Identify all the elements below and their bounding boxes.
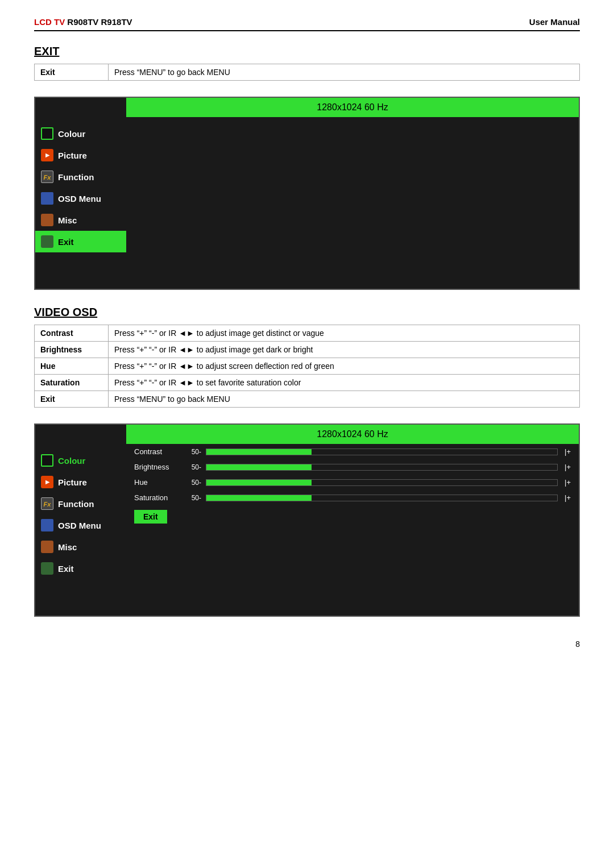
table-cell-val: Press “MENU” to go back MENU (109, 64, 580, 81)
slider-value: 50- (184, 479, 201, 487)
slider-value: 50- (184, 463, 201, 471)
table-row: HuePress “+” “-” or IR ◄► to adjust scre… (35, 358, 580, 375)
brand-lcd: LCD TV (34, 17, 65, 27)
table-cell-key: Exit (35, 64, 109, 81)
table-cell-key: Hue (35, 358, 109, 375)
slider-plus: |+ (565, 447, 571, 456)
table-row: BrightnessPress “+” “-” or IR ◄► to adju… (35, 342, 580, 358)
table-cell-key: Brightness (35, 342, 109, 358)
menu-item-label: OSD Menu (58, 194, 101, 203)
slider-bar[interactable] (206, 495, 558, 501)
brand-model: R908TV R918TV (67, 17, 132, 27)
menu-item[interactable]: Colour (35, 123, 126, 144)
menu-item-label: Exit (58, 564, 74, 574)
video-osd-title: VIDEO OSD (34, 306, 580, 319)
osd-resolution-2: 1280x1024 60 Hz (126, 425, 579, 444)
slider-plus: |+ (565, 493, 571, 502)
menu-item[interactable]: OSD Menu (35, 188, 126, 209)
slider-row[interactable]: Brightness 50- |+ (126, 459, 579, 475)
table-cell-key: Saturation (35, 375, 109, 391)
table-cell-val: Press “+” “-” or IR ◄► to adjust screen … (109, 358, 580, 375)
header-brand: LCD TV R908TV R918TV (34, 17, 132, 27)
slider-row[interactable]: Hue 50- |+ (126, 475, 579, 490)
header-manual: User Manual (529, 17, 580, 27)
page-number: 8 (34, 639, 580, 649)
slider-fill (206, 464, 312, 470)
table-row: ExitPress “MENU” to go back MENU (35, 64, 580, 81)
slider-row[interactable]: Saturation 50- |+ (126, 490, 579, 505)
slider-label: Brightness (134, 463, 180, 471)
table-cell-val: Press “+” “-” or IR ◄► to adjust image g… (109, 342, 580, 358)
menu-item[interactable]: FxFunction (35, 166, 126, 188)
slider-plus: |+ (565, 478, 571, 487)
menu-item-label: Misc (58, 215, 77, 225)
menu-item-label: Picture (58, 477, 87, 487)
slider-fill (206, 480, 312, 485)
table-row: ContrastPress “+” “-” or IR ◄► to adjust… (35, 325, 580, 342)
table-row: ExitPress “MENU” to go back MENU (35, 391, 580, 408)
menu-item-label: OSD Menu (58, 521, 101, 530)
slider-plus: |+ (565, 463, 571, 471)
menu-item[interactable]: Exit (35, 231, 126, 252)
table-cell-val: Press “+” “-” or IR ◄► to set favorite s… (109, 375, 580, 391)
video-osd-table: ContrastPress “+” “-” or IR ◄► to adjust… (34, 325, 580, 408)
menu-item-label: Colour (58, 456, 85, 466)
menu-item[interactable]: Misc (35, 536, 126, 558)
menu-item-label: Misc (58, 542, 77, 552)
osd-content-1: 1280x1024 60 Hz (126, 98, 579, 289)
osd-graphic-1: Colour▶PictureFxFunctionOSD MenuMiscExit… (34, 97, 580, 290)
osd-graphic-2: Colour▶PictureFxFunctionOSD MenuMiscExit… (34, 423, 580, 617)
slider-fill (206, 449, 312, 455)
osd-content-2: 1280x1024 60 Hz Contrast 50- |+ Brightne… (126, 425, 579, 616)
slider-bar[interactable] (206, 448, 558, 455)
slider-label: Contrast (134, 447, 180, 456)
table-row: SaturationPress “+” “-” or IR ◄► to set … (35, 375, 580, 391)
slider-label: Saturation (134, 493, 180, 502)
menu-item-label: Colour (58, 129, 85, 139)
menu-item[interactable]: Misc (35, 209, 126, 231)
menu-item[interactable]: OSD Menu (35, 514, 126, 536)
exit-title: EXIT (34, 45, 580, 58)
menu-item[interactable]: FxFunction (35, 493, 126, 514)
menu-item-label: Exit (58, 237, 74, 247)
video-osd-section: VIDEO OSD ContrastPress “+” “-” or IR ◄►… (34, 306, 580, 408)
osd-sidebar-2: Colour▶PictureFxFunctionOSD MenuMiscExit (35, 425, 126, 616)
osd-resolution-1: 1280x1024 60 Hz (126, 98, 579, 117)
page-header: LCD TV R908TV R918TV User Manual (34, 17, 580, 31)
slider-label: Hue (134, 478, 180, 487)
table-cell-key: Exit (35, 391, 109, 408)
menu-item[interactable]: Colour (35, 450, 126, 471)
table-cell-val: Press “+” “-” or IR ◄► to adjust image g… (109, 325, 580, 342)
exit-button[interactable]: Exit (134, 510, 167, 524)
menu-item[interactable]: ▶Picture (35, 471, 126, 493)
exit-table: ExitPress “MENU” to go back MENU (34, 64, 580, 81)
slider-bar[interactable] (206, 464, 558, 471)
table-cell-key: Contrast (35, 325, 109, 342)
osd-sidebar-1: Colour▶PictureFxFunctionOSD MenuMiscExit (35, 98, 126, 289)
osd-body-2: Contrast 50- |+ Brightness 50- |+ Hue 50… (126, 444, 579, 616)
menu-item-label: Picture (58, 151, 87, 160)
slider-bar[interactable] (206, 479, 558, 486)
exit-section: EXIT ExitPress “MENU” to go back MENU (34, 45, 580, 81)
menu-item[interactable]: Exit (35, 558, 126, 579)
slider-fill (206, 495, 312, 501)
slider-value: 50- (184, 448, 201, 456)
menu-item-label: Function (58, 499, 94, 509)
osd-body-1 (126, 117, 579, 289)
menu-item[interactable]: ▶Picture (35, 144, 126, 166)
slider-value: 50- (184, 494, 201, 502)
table-cell-val: Press “MENU” to go back MENU (109, 391, 580, 408)
slider-row[interactable]: Contrast 50- |+ (126, 444, 579, 459)
menu-item-label: Function (58, 172, 94, 182)
